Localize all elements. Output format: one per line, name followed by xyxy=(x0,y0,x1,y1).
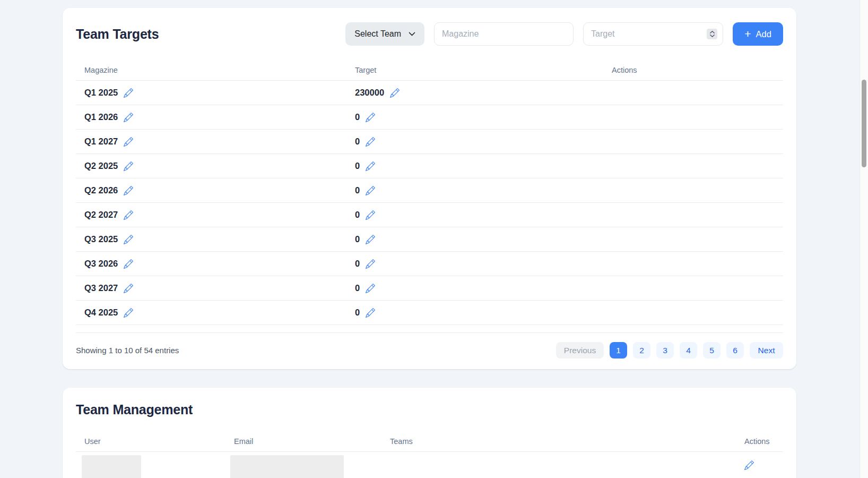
edit-target-button[interactable] xyxy=(366,259,375,269)
edit-user-button[interactable] xyxy=(744,460,754,470)
edit-target-button[interactable] xyxy=(366,210,375,220)
edit-target-button[interactable] xyxy=(366,235,375,244)
column-header-magazine: Magazine xyxy=(76,66,346,74)
scrollbar-thumb[interactable] xyxy=(862,80,866,167)
chevron-down-icon xyxy=(409,32,415,36)
page-number-button[interactable]: 2 xyxy=(633,342,650,358)
edit-magazine-button[interactable] xyxy=(124,210,133,220)
stepper-up-icon xyxy=(710,31,715,33)
edit-target-button[interactable] xyxy=(366,113,375,122)
next-page-button[interactable]: Next xyxy=(750,342,783,358)
pencil-icon xyxy=(124,88,133,98)
pencil-icon xyxy=(124,186,133,195)
pencil-icon xyxy=(124,259,133,269)
targets-table-body: Q1 2025 230000 xyxy=(76,81,783,325)
edit-target-button[interactable] xyxy=(366,161,375,171)
magazine-cell: Q3 2026 xyxy=(76,259,346,269)
pencil-icon xyxy=(124,210,133,220)
target-input[interactable] xyxy=(583,22,723,46)
edit-magazine-button[interactable] xyxy=(124,161,133,171)
magazine-cell: Q2 2025 xyxy=(76,161,346,171)
add-button[interactable]: + Add xyxy=(733,22,783,46)
target-cell: 0 xyxy=(346,234,603,244)
management-table-header: User Email Teams Actions xyxy=(76,431,783,452)
pagination: Previous 1 2 3 4 5 6 Next xyxy=(556,342,783,358)
column-header-actions: Actions xyxy=(736,437,783,446)
pencil-icon xyxy=(124,284,133,293)
pencil-icon xyxy=(366,308,375,318)
team-targets-card: Team Targets Select Team + Add Magazine xyxy=(63,8,796,369)
target-cell: 0 xyxy=(346,161,603,171)
table-row: Q3 2025 0 xyxy=(76,227,783,252)
magazine-value: Q1 2026 xyxy=(84,112,118,122)
table-row: Q3 2026 0 xyxy=(76,252,783,276)
edit-target-button[interactable] xyxy=(366,308,375,318)
table-row: Q2 2026 0 xyxy=(76,178,783,203)
target-cell: 0 xyxy=(346,259,603,269)
select-team-label: Select Team xyxy=(354,29,401,39)
table-row: Q3 2027 0 xyxy=(76,276,783,301)
magazine-cell: Q3 2027 xyxy=(76,283,346,293)
edit-magazine-button[interactable] xyxy=(124,88,133,98)
magazine-cell: Q1 2027 xyxy=(76,136,346,147)
edit-target-button[interactable] xyxy=(366,186,375,195)
pencil-icon xyxy=(366,259,375,269)
magazine-value: Q2 2026 xyxy=(84,185,118,195)
edit-magazine-button[interactable] xyxy=(124,284,133,293)
page-number-button[interactable]: 3 xyxy=(656,342,674,358)
pencil-icon xyxy=(124,161,133,171)
select-team-dropdown[interactable]: Select Team xyxy=(345,22,424,46)
pencil-icon xyxy=(366,161,375,171)
edit-magazine-button[interactable] xyxy=(124,235,133,244)
magazine-cell: Q3 2025 xyxy=(76,234,346,244)
page-number-button[interactable]: 1 xyxy=(610,342,627,358)
magazine-input[interactable] xyxy=(434,22,574,46)
edit-target-button[interactable] xyxy=(390,88,400,98)
edit-magazine-button[interactable] xyxy=(124,186,133,195)
stepper-down-icon xyxy=(710,35,715,37)
target-input-wrap xyxy=(583,22,723,46)
page-number-button[interactable]: 4 xyxy=(680,342,697,358)
pencil-icon xyxy=(366,235,375,244)
edit-target-button[interactable] xyxy=(366,284,375,293)
section-title: Team Management xyxy=(76,402,783,417)
magazine-value: Q3 2026 xyxy=(84,259,118,269)
pencil-icon xyxy=(366,284,375,293)
page-number-button[interactable]: 6 xyxy=(726,342,744,358)
magazine-value: Q1 2025 xyxy=(84,88,118,98)
page-number-button[interactable]: 5 xyxy=(703,342,721,358)
column-header-teams: Teams xyxy=(381,437,736,446)
card-header: Team Targets Select Team + Add xyxy=(76,22,783,46)
edit-magazine-button[interactable] xyxy=(124,259,133,269)
previous-page-button[interactable]: Previous xyxy=(556,342,604,358)
add-button-label: Add xyxy=(756,29,771,39)
column-header-target: Target xyxy=(346,66,603,74)
edit-target-button[interactable] xyxy=(366,137,375,147)
pencil-icon xyxy=(366,186,375,195)
edit-magazine-button[interactable] xyxy=(124,113,133,122)
target-cell: 0 xyxy=(346,308,603,318)
magazine-value: Q3 2025 xyxy=(84,234,118,244)
magazine-value: Q1 2027 xyxy=(84,136,118,147)
management-table-row xyxy=(76,452,783,478)
email-loading-skeleton xyxy=(230,455,344,478)
target-value: 230000 xyxy=(355,88,384,98)
scrollbar-track[interactable] xyxy=(860,0,868,478)
entries-info: Showing 1 to 10 of 54 entries xyxy=(76,346,179,355)
edit-magazine-button[interactable] xyxy=(124,308,133,318)
target-value: 0 xyxy=(355,308,360,318)
magazine-cell: Q4 2025 xyxy=(76,308,346,318)
table-row: Q1 2027 0 xyxy=(76,130,783,154)
magazine-value: Q2 2025 xyxy=(84,161,118,171)
plus-icon: + xyxy=(744,28,751,39)
number-stepper[interactable] xyxy=(707,29,717,39)
edit-magazine-button[interactable] xyxy=(124,137,133,147)
table-row: Q2 2027 0 xyxy=(76,203,783,227)
table-bottom-spacer xyxy=(76,325,783,333)
target-cell: 0 xyxy=(346,112,603,122)
target-value: 0 xyxy=(355,210,360,220)
target-value: 0 xyxy=(355,234,360,244)
target-value: 0 xyxy=(355,283,360,293)
pencil-icon xyxy=(366,210,375,220)
user-loading-skeleton xyxy=(82,455,141,478)
